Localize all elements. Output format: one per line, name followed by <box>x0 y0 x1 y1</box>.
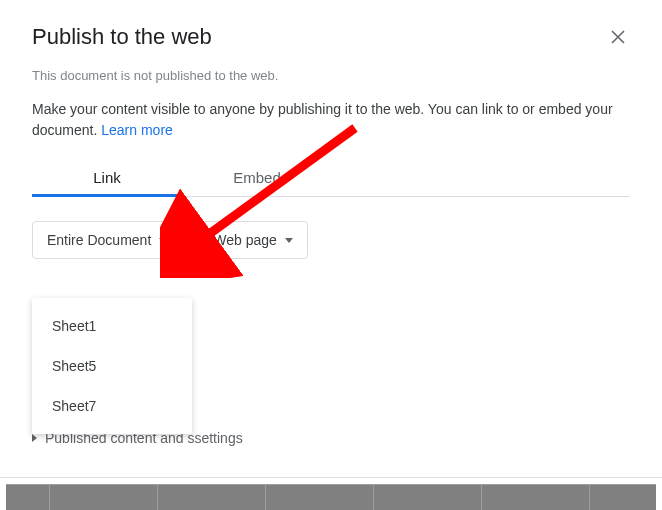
sheet-cell <box>590 484 656 510</box>
scope-dropdown[interactable]: Entire Document <box>32 221 182 259</box>
tab-embed[interactable]: Embed <box>182 169 332 196</box>
sheet-cell <box>482 484 590 510</box>
menu-item-sheet5[interactable]: Sheet5 <box>32 346 192 386</box>
caret-down-icon <box>159 238 167 243</box>
dialog-title: Publish to the web <box>32 24 212 50</box>
learn-more-link[interactable]: Learn more <box>101 122 173 138</box>
close-button[interactable] <box>606 24 630 52</box>
caret-down-icon <box>285 238 293 243</box>
sheet-cell <box>6 484 50 510</box>
spreadsheet-background <box>6 484 656 510</box>
dialog-description: Make your content visible to anyone by p… <box>32 99 630 141</box>
menu-item-sheet7[interactable]: Sheet7 <box>32 386 192 426</box>
sheet-cell <box>50 484 158 510</box>
format-dropdown[interactable]: Web page <box>198 221 308 259</box>
sheet-cell <box>158 484 266 510</box>
menu-item-sheet1[interactable]: Sheet1 <box>32 306 192 346</box>
close-icon <box>610 29 626 45</box>
scope-menu: Sheet1 Sheet5 Sheet7 <box>32 298 192 434</box>
publish-dialog: Publish to the web This document is not … <box>0 0 662 478</box>
format-label: Web page <box>213 232 277 248</box>
dialog-header: Publish to the web <box>32 24 630 52</box>
sheet-cell <box>374 484 482 510</box>
tab-link[interactable]: Link <box>32 169 182 196</box>
sheet-cell <box>266 484 374 510</box>
scope-label: Entire Document <box>47 232 151 248</box>
tab-bar: Link Embed <box>32 169 630 197</box>
chevron-right-icon <box>32 434 37 442</box>
publish-status: This document is not published to the we… <box>32 68 630 83</box>
dropdown-row: Entire Document Web page <box>32 221 630 259</box>
